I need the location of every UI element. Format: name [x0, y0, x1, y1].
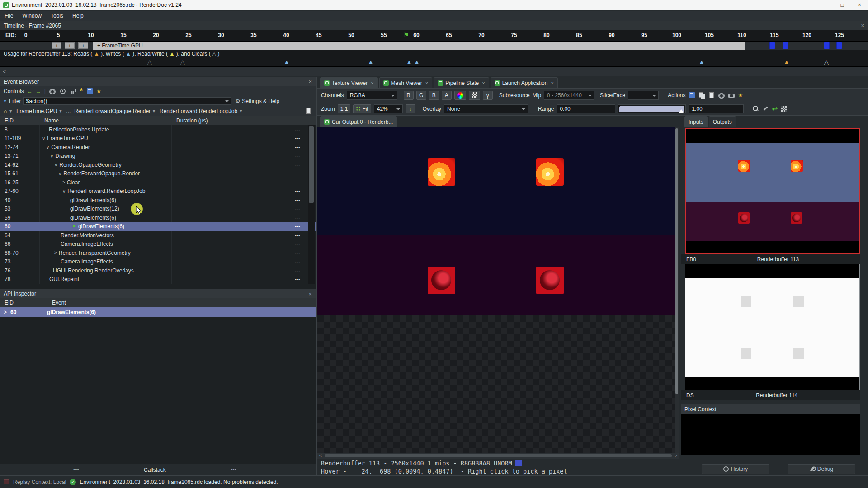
event-row-53[interactable]: 53glDrawElements(12)--- [0, 205, 316, 214]
menu-file[interactable]: File [0, 11, 18, 21]
event-row-59[interactable]: 59glDrawElements(6)--- [0, 213, 316, 222]
timeline-hscrollbar[interactable]: < [0, 67, 868, 76]
event-row-16-25[interactable]: 16-25>Clear--- [0, 178, 316, 187]
star-icon[interactable]: ★ [738, 92, 743, 99]
usage-marker-clear-light-icon[interactable]: △ [824, 58, 829, 66]
bookmark-star-icon[interactable]: ★ [96, 88, 101, 94]
collapse-arrow-icon[interactable]: ∨ [54, 162, 57, 167]
settings-help-link[interactable]: Settings & Help [242, 98, 279, 104]
channels-dropdown[interactable]: RGBA [347, 91, 397, 100]
callstack-bar[interactable]: ••• Callstack ••• [0, 464, 316, 475]
tab-close-icon[interactable]: × [482, 80, 485, 86]
event-table-scrollbar[interactable] [308, 125, 315, 284]
tab-outputs[interactable]: Outputs [709, 116, 736, 127]
autofit-dropper-icon[interactable] [762, 105, 769, 113]
forward-arrow-icon[interactable]: → [36, 88, 41, 94]
event-row-60[interactable]: 60⚑glDrawElements(6)--- [0, 222, 316, 231]
timing-icon[interactable] [59, 88, 66, 95]
save-texture-icon[interactable] [688, 92, 695, 99]
chevron-down-icon[interactable]: ▼ [9, 109, 13, 113]
event-browser-close-icon[interactable]: × [308, 78, 312, 85]
timeline-frame-bar-row[interactable]: + + + + FrameTime.GPU [0, 42, 868, 50]
gamma-button[interactable]: γ [483, 91, 493, 100]
event-row-68-70[interactable]: 68-70>Render.TransparentGeometry--- [0, 249, 316, 258]
range-white-handle[interactable] [679, 109, 684, 113]
event-row-13-71[interactable]: 13-71∨Drawing--- [0, 152, 316, 161]
maximize-button[interactable]: □ [834, 0, 851, 10]
scroll-left-icon[interactable]: < [319, 453, 322, 458]
usage-marker-read-icon[interactable]: ▲ [783, 58, 790, 66]
usage-marker-clear-icon[interactable]: △ [147, 58, 152, 66]
overlay-dropdown[interactable]: None [444, 104, 528, 113]
expand-arrow-icon[interactable]: > [54, 250, 57, 255]
tab-close-icon[interactable]: × [425, 80, 428, 86]
timeline-expand-button[interactable]: + [78, 42, 88, 49]
menu-tools[interactable]: Tools [46, 11, 68, 21]
replay-context-label[interactable]: Replay Context: Local [13, 479, 66, 485]
scroll-left-icon[interactable]: < [0, 69, 6, 75]
tab-inputs[interactable]: Inputs [684, 116, 708, 127]
find-event-icon[interactable] [49, 88, 56, 95]
tab-close-icon[interactable]: × [551, 80, 553, 86]
collapse-arrow-icon[interactable]: ∨ [46, 145, 49, 150]
histogram-icon[interactable] [780, 105, 788, 113]
collapse-arrow-icon[interactable]: ∨ [58, 171, 61, 176]
event-row-73[interactable]: 73Camera.ImageEffects--- [0, 258, 316, 267]
event-row-78[interactable]: 78GUI.Repaint--- [0, 275, 316, 284]
save-icon[interactable] [86, 88, 93, 95]
tab-close-icon[interactable]: × [371, 80, 373, 86]
event-row-76[interactable]: 76UGUI.Rendering.RenderOverlays--- [0, 266, 316, 275]
collapse-arrow-icon[interactable]: ∨ [62, 189, 66, 194]
capture-marker[interactable] [836, 42, 842, 49]
usage-marker-write-icon[interactable]: ▲ [698, 58, 705, 66]
back-arrow-icon[interactable]: ← [27, 88, 33, 94]
capture-marker[interactable] [783, 42, 788, 49]
breadcrumb-item[interactable]: FrameTime.GPU▼ [14, 108, 64, 114]
event-row-11-109[interactable]: 11-109∨FrameTime.GPU--- [0, 134, 316, 143]
usage-markers-row[interactable]: △△▲▲▲▲▲▲△ [0, 58, 868, 67]
profile-chart-icon[interactable] [70, 88, 77, 95]
usage-marker-write-icon[interactable]: ▲ [283, 58, 290, 66]
alpha-checker-button[interactable] [469, 91, 480, 100]
callstack-label[interactable]: Callstack [144, 467, 166, 473]
mip-dropdown[interactable]: 0 - 2560x1440 [544, 91, 594, 100]
link-icon[interactable] [728, 92, 735, 99]
capture-marker[interactable] [824, 42, 830, 49]
thumbnail-fb0-label[interactable]: FB0 Renderbuffer 113 [681, 254, 860, 264]
bookmark-asterisk-icon[interactable]: * [80, 87, 83, 95]
zoom-fit-button[interactable]: Fit [353, 104, 371, 113]
minimize-button[interactable]: – [816, 0, 834, 10]
reset-range-icon[interactable]: ↩ [772, 105, 778, 113]
event-row-40[interactable]: 40glDrawElements(6)--- [0, 196, 316, 205]
texture-viewport[interactable] [317, 127, 675, 453]
channel-g-button[interactable]: G [416, 91, 426, 100]
tab-texture-viewer[interactable]: Texture Viewer× [320, 77, 378, 88]
range-max-input[interactable]: 1.00 [689, 104, 744, 113]
replay-context-icon[interactable] [4, 479, 9, 484]
zoom-1to1-button[interactable]: 1:1 [338, 104, 351, 113]
debug-button[interactable]: Debug [788, 464, 855, 474]
timeline-expand-button[interactable]: + [52, 42, 61, 49]
usage-marker-write-icon[interactable]: ▲ [368, 58, 374, 66]
collapse-arrow-icon[interactable]: ∨ [42, 136, 45, 141]
capture-marker[interactable] [769, 42, 775, 49]
copy-icon[interactable] [698, 92, 705, 99]
event-row-64[interactable]: 64Render.MotionVectors--- [0, 231, 316, 240]
range-slider[interactable] [618, 104, 686, 113]
api-inspector-close-icon[interactable]: × [308, 291, 312, 297]
expand-arrow-icon[interactable]: > [62, 180, 65, 185]
breadcrumb-item[interactable]: RenderForward.RenderLoopJob▼ [158, 108, 245, 114]
collapse-arrow-icon[interactable]: ∨ [50, 154, 53, 159]
breadcrumb-item[interactable]: ... [64, 108, 72, 114]
viewport-vscrollbar[interactable] [675, 127, 679, 453]
flip-y-button[interactable]: ↕ [406, 104, 415, 113]
thumbnail-fb0[interactable] [685, 128, 860, 254]
scroll-right-icon[interactable]: > [675, 453, 677, 458]
usage-marker-write-icon[interactable]: ▲ [406, 58, 412, 66]
timeline-close-icon[interactable]: × [861, 22, 864, 29]
expander-icon[interactable]: > [0, 309, 7, 315]
history-button[interactable]: History [702, 464, 769, 474]
splitter-dots[interactable]: ••• [73, 467, 79, 473]
api-event-row[interactable]: > 60 glDrawElements(6) [0, 307, 316, 317]
event-row-66[interactable]: 66Camera.ImageEffects--- [0, 240, 316, 249]
